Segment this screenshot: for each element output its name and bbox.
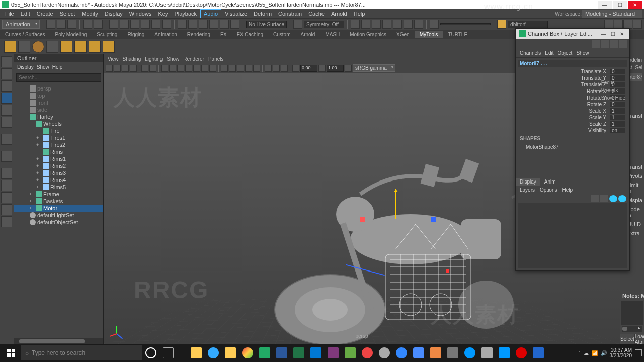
account-user[interactable]: dbittorf — [508, 21, 548, 28]
task-zoom-icon[interactable] — [411, 345, 427, 360]
workspace-dropdown[interactable]: Modeling - Standard — [582, 10, 642, 18]
vp-menu-panels[interactable]: Panels — [208, 56, 224, 62]
task-folder-icon[interactable] — [222, 345, 238, 360]
outliner-h-scroll[interactable] — [14, 338, 103, 344]
menu-create[interactable]: Create — [34, 10, 56, 18]
vp-menu-view[interactable]: View — [108, 56, 119, 62]
vp-res-gate-icon[interactable] — [177, 65, 184, 72]
vp-gate-mask-icon[interactable] — [185, 65, 192, 72]
cb-menu2-help[interactable]: Help — [562, 187, 573, 193]
cb-menu-show[interactable]: Show — [576, 50, 589, 56]
layout-tool-2[interactable] — [1, 180, 12, 191]
task-outlook-icon[interactable] — [308, 345, 324, 360]
hypergraph-icon[interactable] — [614, 20, 623, 29]
cb-icon-1[interactable] — [592, 40, 600, 48]
render-setup-icon[interactable] — [393, 20, 402, 29]
undo-icon[interactable] — [83, 20, 92, 29]
vp-menu-shading[interactable]: Shading — [123, 56, 141, 62]
snap-grid-icon[interactable] — [178, 20, 187, 29]
outliner-item-rims4[interactable]: +Rims4 — [14, 176, 103, 184]
open-scene-icon[interactable] — [57, 20, 66, 29]
minimize-button[interactable]: — — [598, 1, 612, 9]
snap-curve-icon[interactable] — [188, 20, 197, 29]
task-excel-icon[interactable] — [291, 345, 307, 360]
new-scene-icon[interactable] — [46, 20, 55, 29]
vp-lights-icon[interactable] — [237, 65, 244, 72]
ae-select-button[interactable]: Select — [620, 334, 635, 344]
toggle-panel-icon[interactable] — [430, 20, 439, 29]
render-current-icon[interactable] — [361, 20, 370, 29]
menu-file[interactable]: File — [2, 10, 17, 18]
last-tool[interactable] — [1, 134, 12, 145]
shelf-tool-8[interactable] — [103, 41, 115, 53]
ae-load-button[interactable]: Load Attributes — [635, 334, 644, 344]
outliner-menu-show[interactable]: Show — [37, 64, 49, 70]
vp-grease-icon[interactable] — [149, 65, 156, 72]
vp-exposure-icon[interactable] — [292, 65, 299, 72]
menu-help[interactable]: Help — [351, 10, 368, 18]
vp-gamma-field[interactable]: 1.00 — [327, 65, 344, 72]
task-explorer-icon[interactable] — [188, 345, 204, 360]
shelf-tab-anim[interactable]: Animation — [149, 31, 182, 38]
attr-translate-x[interactable]: Translate X0 — [518, 68, 627, 75]
task-app4-icon[interactable] — [428, 345, 444, 360]
snap-live-icon[interactable] — [230, 20, 239, 29]
vp-gamma-icon[interactable] — [318, 65, 326, 72]
snap-center-icon[interactable] — [209, 20, 218, 29]
taskbar-search[interactable]: ⌕ Type here to search — [21, 345, 142, 360]
task-app1-icon[interactable] — [359, 345, 375, 360]
vp-select-cam-icon[interactable] — [106, 65, 113, 72]
task-app8-icon[interactable] — [496, 345, 512, 360]
cb-shape-name[interactable]: MotorShape87 — [518, 143, 627, 151]
task-app3-icon[interactable] — [393, 345, 410, 360]
attr-scale-x[interactable]: Scale X1 — [518, 108, 627, 114]
task-app2-icon[interactable] — [376, 345, 392, 360]
vp-colorspace-dropdown[interactable]: sRGB gamma — [353, 64, 395, 72]
hypershade-icon[interactable] — [414, 20, 423, 29]
vp-menu-lighting[interactable]: Lighting — [145, 56, 163, 62]
menu-playback[interactable]: Playback — [171, 10, 200, 18]
shelf-tab-custom[interactable]: Custom — [268, 31, 295, 38]
cb-menu2-options[interactable]: Options — [540, 187, 557, 193]
cb-min-button[interactable]: — — [599, 31, 608, 37]
cb-sidebar-focus[interactable]: Focus — [599, 79, 627, 86]
task-camtasia-icon[interactable] — [342, 345, 358, 360]
render-view-icon[interactable] — [351, 20, 360, 29]
outliner-item-tires2[interactable]: +Tires2 — [14, 141, 103, 148]
menu-arnold[interactable]: Arnold — [328, 10, 350, 18]
outliner-item-tires1[interactable]: +Tires1 — [14, 134, 103, 141]
save-scene-icon[interactable] — [67, 20, 76, 29]
render-globals-icon[interactable] — [382, 20, 391, 29]
vp-2d-pan-icon[interactable] — [141, 65, 148, 72]
task-maya-icon[interactable] — [257, 345, 273, 360]
maximize-button[interactable]: ☐ — [613, 1, 627, 9]
menu-deform[interactable]: Deform — [251, 10, 275, 18]
cb-object-name[interactable]: Motor87 . . . — [518, 60, 627, 67]
menu-windows[interactable]: Windows — [126, 10, 155, 18]
modeling-toolkit-icon[interactable] — [604, 20, 613, 29]
cb-tab-anim[interactable]: Anim — [540, 178, 560, 186]
menu-select[interactable]: Select — [57, 10, 78, 18]
vp-bookmark-icon[interactable] — [122, 65, 129, 72]
cb-menu2-layers[interactable]: Layers — [520, 187, 535, 193]
shelf-tab-render[interactable]: Rendering — [182, 31, 215, 38]
shelf-tool-6[interactable] — [74, 41, 87, 53]
outliner-item-defaultobjectset[interactable]: defaultObjectSet — [14, 219, 103, 226]
menu-set-dropdown[interactable]: Animation — [2, 20, 40, 29]
channel-box-icon[interactable] — [633, 20, 642, 29]
selected-object-field[interactable] — [440, 23, 491, 25]
cb-menu-object[interactable]: Object — [558, 50, 573, 56]
task-chrome-icon[interactable] — [239, 345, 256, 360]
attr-rotate-z[interactable]: Rotate Z0 — [518, 101, 627, 108]
rotate-tool[interactable] — [1, 105, 12, 116]
tray-wifi-icon[interactable]: 📶 — [592, 350, 598, 356]
vp-wireframe-icon[interactable] — [221, 65, 228, 72]
layout-tool-5[interactable] — [1, 216, 12, 227]
vp-isolate-icon[interactable] — [253, 65, 260, 72]
outliner-item-top[interactable]: top — [14, 92, 103, 99]
vp-safe-title-icon[interactable] — [209, 65, 216, 72]
shelf-tool-5[interactable] — [60, 41, 72, 53]
shelf-tab-mash[interactable]: MASH — [320, 31, 345, 38]
vp-smooth-shade-icon[interactable] — [229, 65, 236, 72]
light-editor-icon[interactable] — [404, 20, 413, 29]
